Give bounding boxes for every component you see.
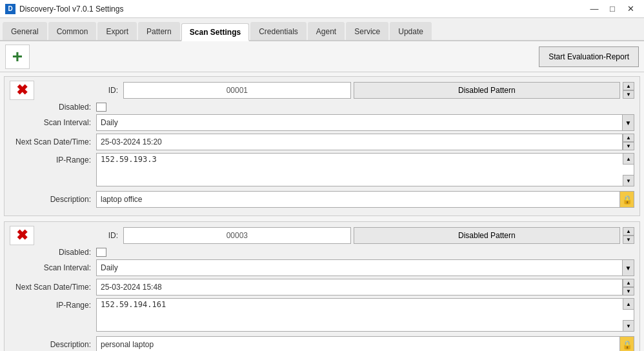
maximize-button[interactable]: □ <box>604 3 621 15</box>
add-scan-button[interactable]: + <box>5 45 30 69</box>
ip-scroll-down-2[interactable]: ▼ <box>623 320 634 332</box>
scan-entry-2: ✖ ID: Disabled Pattern ▲ ▼ Disabled: Sca… <box>4 221 640 351</box>
tab-general[interactable]: General <box>3 22 47 40</box>
description-label-1: Description: <box>10 195 94 204</box>
disabled-checkbox-1[interactable] <box>96 103 106 112</box>
next-scan-up-2[interactable]: ▲ <box>623 279 634 287</box>
minimize-button[interactable]: — <box>586 3 603 15</box>
disabled-checkbox-2[interactable] <box>96 248 106 257</box>
delete-icon-2: ✖ <box>16 228 28 243</box>
scan-interval-label-1: Scan Interval: <box>10 118 94 127</box>
next-scan-label-1: Next Scan Date/Time: <box>10 137 94 146</box>
tab-common[interactable]: Common <box>48 22 97 40</box>
id-label-2: ID: <box>37 231 121 240</box>
next-scan-field-2[interactable] <box>96 279 623 296</box>
id-field-2[interactable] <box>123 227 351 244</box>
ip-scroll-down-1[interactable]: ▼ <box>623 175 634 186</box>
scan-interval-field-2[interactable] <box>96 259 623 276</box>
scan-interval-label-2: Scan Interval: <box>10 263 94 272</box>
scan-interval-field-1[interactable] <box>96 114 623 131</box>
tab-service[interactable]: Service <box>346 22 388 40</box>
title-bar: D Discovery-Tool v7.0.1 Settings — □ ✕ <box>0 0 644 18</box>
scan-list: ✖ ID: Disabled Pattern ▲ ▼ Disabled: Sca… <box>0 72 644 351</box>
scan-entry-1: ✖ ID: Disabled Pattern ▲ ▼ Disabled: Sca… <box>4 76 640 216</box>
pattern-button-2[interactable]: Disabled Pattern <box>354 227 620 244</box>
scan-interval-dropdown-2[interactable]: ▼ <box>623 259 634 276</box>
tab-bar: General Common Export Pattern Scan Setti… <box>0 18 644 41</box>
delete-entry-1-button[interactable]: ✖ <box>10 81 34 100</box>
spin-up-2[interactable]: ▲ <box>623 227 634 236</box>
description-field-1[interactable] <box>96 191 620 208</box>
description-label-2: Description: <box>10 340 94 349</box>
pattern-button-1[interactable]: Disabled Pattern <box>354 82 620 99</box>
lock-icon-1: 🔒 <box>620 191 634 208</box>
next-scan-down-1[interactable]: ▼ <box>623 142 634 150</box>
window-controls: — □ ✕ <box>586 3 639 15</box>
tab-agent[interactable]: Agent <box>308 22 345 40</box>
delete-entry-2-button[interactable]: ✖ <box>10 226 34 245</box>
ip-scroll-up-2[interactable]: ▲ <box>623 298 634 310</box>
tab-export[interactable]: Export <box>97 22 137 40</box>
ip-scroll-up-1[interactable]: ▲ <box>623 153 634 165</box>
ip-range-field-2[interactable]: 152.59.194.161 <box>96 298 634 332</box>
tab-update[interactable]: Update <box>390 22 432 40</box>
next-scan-label-2: Next Scan Date/Time: <box>10 283 94 292</box>
delete-icon: ✖ <box>16 83 28 97</box>
app-icon: D <box>5 4 15 14</box>
spin-down-2[interactable]: ▼ <box>623 236 634 244</box>
lock-icon-2: 🔒 <box>620 336 634 351</box>
spin-down-1[interactable]: ▼ <box>623 90 634 99</box>
ip-range-field-1[interactable]: 152.59.193.3 <box>96 153 634 186</box>
description-field-2[interactable] <box>96 336 620 351</box>
ip-range-label-1: IP-Range: <box>10 153 94 165</box>
scan-interval-dropdown-1[interactable]: ▼ <box>623 114 634 131</box>
id-label: ID: <box>37 86 121 95</box>
eval-report-button[interactable]: Start Evaluation-Report <box>539 46 639 67</box>
next-scan-down-2[interactable]: ▼ <box>623 287 634 296</box>
id-field-1[interactable] <box>123 82 351 99</box>
next-scan-up-1[interactable]: ▲ <box>623 134 634 142</box>
window-title: Discovery-Tool v7.0.1 Settings <box>19 5 123 14</box>
close-button[interactable]: ✕ <box>622 3 639 15</box>
disabled-label-1: Disabled: <box>10 103 94 112</box>
disabled-label-2: Disabled: <box>10 248 94 257</box>
tab-pattern[interactable]: Pattern <box>138 22 180 40</box>
toolbar: + Start Evaluation-Report <box>0 41 644 72</box>
tab-credentials[interactable]: Credentials <box>250 22 307 40</box>
ip-range-label-2: IP-Range: <box>10 298 94 310</box>
tab-scan-settings[interactable]: Scan Settings <box>181 23 249 41</box>
next-scan-field-1[interactable] <box>96 134 623 150</box>
spin-up-1[interactable]: ▲ <box>623 82 634 90</box>
